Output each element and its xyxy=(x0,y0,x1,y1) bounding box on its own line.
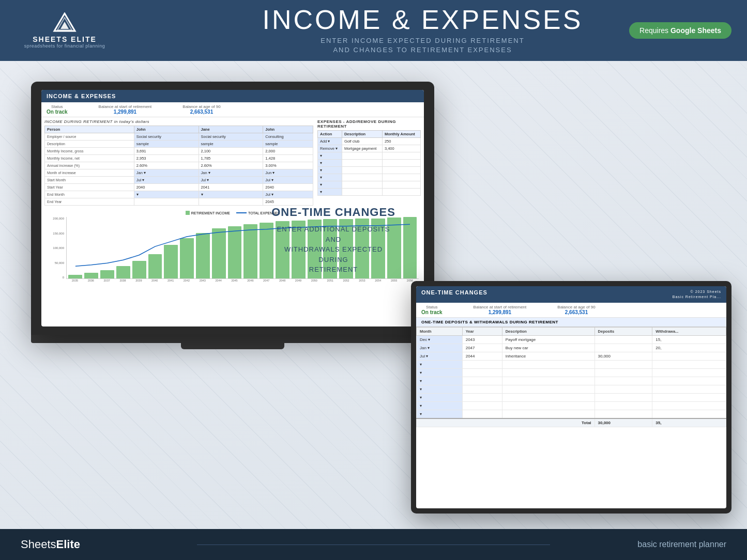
table-row: End Month ▾ ▾ Jul ▾ xyxy=(45,191,313,198)
balance-age-item: Balance at age of 90 2,663,531 xyxy=(182,104,220,115)
legend-green-box xyxy=(186,211,190,215)
sheet-title: INCOME & EXPENSES xyxy=(41,90,424,102)
table-row: ▾ xyxy=(417,393,726,401)
total-deposits: 30,000 xyxy=(594,418,652,427)
table-row: End Year 2045 xyxy=(45,198,313,206)
page-header: SHEETS ELITE spreadsheets for financial … xyxy=(0,0,747,61)
col-label: Person xyxy=(45,126,134,133)
tablet-balance-age: Balance at age of 90 2,663,531 xyxy=(557,305,595,315)
table-row: Month of increase Jan ▾ Jan ▾ Jun ▾ xyxy=(45,169,313,177)
col-withdrawals: Withdrawa... xyxy=(652,327,726,335)
requires-badge: Requires Google Sheets xyxy=(629,22,731,39)
table-row: ▾ xyxy=(318,152,421,160)
footer-brand: SheetsElite xyxy=(21,538,197,551)
one-time-header: ONE-TIME CHANGES © 2023 Sheets Basic Ret… xyxy=(416,286,726,303)
legend-blue-line xyxy=(236,212,247,213)
sub-title: ENTER INCOME EXPECTED DURING RETIREMENT … xyxy=(114,36,731,55)
tablet-balance-start: Balance at start of retirement 1,299,891 xyxy=(474,305,527,315)
table-row: ▾ xyxy=(417,401,726,410)
col-month: Month xyxy=(417,327,463,335)
table-row: Start Month Jul ▾ Jul ▾ Jul ▾ xyxy=(45,177,313,184)
expenses-table: Action Description Monthly Amount Add ▾ … xyxy=(317,130,421,196)
table-row: ▾ xyxy=(318,174,421,181)
col-amount: Monthly Amount xyxy=(382,131,420,138)
table-row: Monthly Income, net 2,953 1,785 1,428 xyxy=(45,155,313,162)
col-jane: Jane xyxy=(199,126,263,133)
main-content: INCOME & EXPENSES Status On track Balanc… xyxy=(0,61,747,529)
logo-icon xyxy=(52,12,77,33)
table-row: Monthly Income, gross 3,691 2,100 2,000 xyxy=(45,148,313,155)
table-row: ▾ xyxy=(417,377,726,385)
one-time-section-title: ONE-TIME DEPOSITS & WITHDRAWALS DURING R… xyxy=(416,318,726,327)
tablet-status-item: Status On track xyxy=(421,305,443,315)
page-footer: SheetsElite basic retirement planner xyxy=(0,529,747,560)
balance-start-item: Balance at start of retirement 1,299,891 xyxy=(99,104,152,115)
laptop-stand xyxy=(181,343,284,349)
table-row: ▾ xyxy=(417,360,726,368)
table-row: ▾ xyxy=(417,410,726,418)
table-row: Employer / source Social security Social… xyxy=(45,133,313,141)
tablet-container: ONE-TIME CHANGES © 2023 Sheets Basic Ret… xyxy=(411,281,731,514)
col-year: Year xyxy=(462,327,502,335)
table-row: ▾ xyxy=(318,181,421,189)
otc-title: ONE-TIME CHANGES xyxy=(271,206,395,219)
total-label: Total xyxy=(417,418,595,427)
table-row: ▾ xyxy=(318,160,421,167)
table-row: ▾ xyxy=(318,167,421,174)
expenses-section: EXPENSES - ADD/REMOVE DURING RETIREMENT … xyxy=(317,119,421,206)
col-description: Description xyxy=(342,131,382,138)
table-row: Start Year 2040 2041 2040 xyxy=(45,184,313,191)
footer-divider xyxy=(197,545,550,545)
otc-description: ENTER ADDITIONAL DEPOSITS AND WITHDRAWAL… xyxy=(271,224,395,275)
copyright: © 2023 Sheets Basic Retirement Pla... xyxy=(673,289,721,300)
col-action: Action xyxy=(318,131,342,138)
table-row: Dec ▾ 2043 Payoff mortgage 15, xyxy=(417,335,726,344)
sheet-body: INCOME DURING RETIREMENT in today's doll… xyxy=(41,117,424,208)
col-john2: John xyxy=(263,126,313,133)
income-table: Person John Jane John Employer / source … xyxy=(44,126,313,206)
y-axis: 200,000 150,000 100,000 50,000 0 xyxy=(47,217,66,279)
table-row: Description sample sample sample xyxy=(45,141,313,148)
tablet-status-bar: Status On track Balance at start of reti… xyxy=(416,303,726,318)
x-axis: 2035203620372038203920402041204220432044… xyxy=(66,279,419,282)
laptop-base xyxy=(31,335,434,343)
table-row: Add ▾ Golf club 250 xyxy=(318,138,421,145)
income-section-title: INCOME DURING RETIREMENT in today's doll… xyxy=(44,119,313,124)
legend-income: RETIREMENT INCOME xyxy=(186,211,230,215)
logo-title: SHEETS ELITE xyxy=(33,35,97,43)
logo-subtitle: spreadsheets for financial planning xyxy=(24,43,105,49)
one-time-table: Month Year Description Deposits Withdraw… xyxy=(416,327,726,427)
total-row: Total 30,000 35, xyxy=(417,418,726,427)
col-deposits: Deposits xyxy=(594,327,652,335)
expenses-title: EXPENSES - ADD/REMOVE DURING RETIREMENT xyxy=(317,119,421,129)
col-john1: John xyxy=(134,126,199,133)
one-time-text-box: ONE-TIME CHANGES ENTER ADDITIONAL DEPOSI… xyxy=(271,206,395,275)
table-row: ▾ xyxy=(417,368,726,377)
tablet-screen: ONE-TIME CHANGES © 2023 Sheets Basic Ret… xyxy=(416,286,726,508)
table-row: ▾ xyxy=(318,189,421,196)
col-description: Description xyxy=(502,327,594,335)
logo-area: SHEETS ELITE spreadsheets for financial … xyxy=(16,12,114,49)
status-bar: Status On track Balance at start of reti… xyxy=(41,102,424,117)
income-section: INCOME DURING RETIREMENT in today's doll… xyxy=(44,119,313,206)
table-row: Remove ▾ Mortgage payment 3,400 xyxy=(318,145,421,152)
table-row: Jan ▾ 2047 Buy new car 20, xyxy=(417,344,726,352)
table-row: Annual increase (%) 2.60% 2.60% 3.00% xyxy=(45,162,313,169)
table-row: Jul ▾ 2044 Inheritance 30,000 xyxy=(417,352,726,360)
total-withdrawals: 35, xyxy=(652,418,726,427)
footer-product: basic retirement planner xyxy=(550,540,726,549)
legend-income-label: RETIREMENT INCOME xyxy=(191,211,230,215)
table-row: ▾ xyxy=(417,385,726,393)
status-item: Status On track xyxy=(47,104,68,115)
